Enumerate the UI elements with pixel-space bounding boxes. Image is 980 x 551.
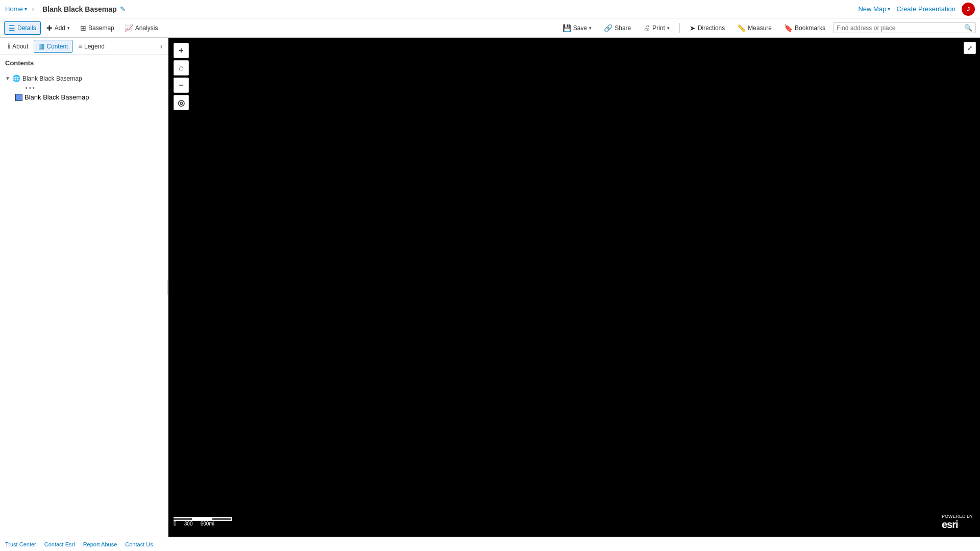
layer-root-name: Blank Black Basemap <box>22 75 82 82</box>
footer: Trust Center Contact Esri Report Abuse C… <box>0 537 980 551</box>
contact-us-link[interactable]: Contact Us <box>125 541 153 547</box>
basemap-button[interactable]: ⊞ Basemap <box>76 21 119 35</box>
analysis-button[interactable]: 📈 Analysis <box>120 21 163 35</box>
measure-icon: 📏 <box>737 24 746 32</box>
scale-bar: 0 300 600mi <box>174 517 232 527</box>
bookmarks-icon: 🔖 <box>784 24 793 32</box>
toolbar: ☰ Details ✚ Add ▾ ⊞ Basemap 📈 Analysis 💾… <box>0 18 980 38</box>
save-caret: ▾ <box>589 26 592 31</box>
legend-icon: ≡ <box>78 42 82 50</box>
map-title: Blank Black Basemap <box>42 5 117 13</box>
share-button[interactable]: 🔗 Share <box>599 21 635 35</box>
measure-label: Measure <box>748 24 772 32</box>
contents-header-label: Contents <box>5 59 34 67</box>
content-label: Content <box>46 43 68 50</box>
breadcrumb-separator: › <box>32 5 34 13</box>
scale-tick-2 <box>193 517 212 521</box>
globe-icon: 🌐 <box>12 74 20 82</box>
trust-center-link[interactable]: Trust Center <box>5 541 36 547</box>
analysis-label: Analysis <box>135 24 158 32</box>
directions-label: Directions <box>698 24 725 32</box>
directions-icon: ➤ <box>690 24 696 32</box>
collapse-panel-button[interactable]: ‹ <box>158 41 165 52</box>
home-button[interactable]: Home ▾ <box>5 5 27 13</box>
contents-header: Contents <box>0 55 168 71</box>
directions-button[interactable]: ➤ Directions <box>685 21 729 35</box>
tab-content[interactable]: ▦ Content <box>34 40 72 53</box>
scale-label-300: 300 <box>184 521 193 527</box>
layer-root-item[interactable]: ▼ 🌐 Blank Black Basemap <box>3 73 165 84</box>
map-controls: + ⌂ − ◎ <box>174 43 189 110</box>
home-caret: ▾ <box>24 6 27 12</box>
topnav-right: New Map ▾ Create Presentation J <box>858 3 975 16</box>
resize-handle[interactable] <box>166 38 170 537</box>
sidepanel-tabs: ℹ About ▦ Content ≡ Legend ‹ <box>0 38 168 55</box>
tree-arrow-icon: ▼ <box>5 76 10 81</box>
new-map-caret: ▾ <box>888 6 890 12</box>
locate-button[interactable]: ◎ <box>174 95 189 110</box>
main-area: ℹ About ▦ Content ≡ Legend ‹ Contents ▼ … <box>0 38 980 537</box>
details-label: Details <box>17 24 36 32</box>
create-presentation-label: Create Presentation <box>896 5 955 13</box>
report-abuse-link[interactable]: Report Abuse <box>83 541 117 547</box>
details-icon: ☰ <box>9 24 15 32</box>
measure-button[interactable]: 📏 Measure <box>732 21 776 35</box>
search-icon[interactable]: 🔍 <box>964 24 972 32</box>
save-button[interactable]: 💾 Save ▾ <box>558 21 596 35</box>
toolbar-left: ☰ Details ✚ Add ▾ ⊞ Basemap 📈 Analysis <box>4 21 162 35</box>
details-button[interactable]: ☰ Details <box>4 21 41 35</box>
save-label: Save <box>573 24 587 32</box>
map-area[interactable]: + ⌂ − ◎ ⤢ 0 300 600mi <box>168 38 980 537</box>
scale-tick-3 <box>212 517 232 521</box>
share-icon: 🔗 <box>604 24 612 32</box>
legend-label: Legend <box>84 43 105 50</box>
layer-ellipsis: • • • <box>13 84 165 92</box>
side-panel: ℹ About ▦ Content ≡ Legend ‹ Contents ▼ … <box>0 38 168 537</box>
scale-tick-1 <box>174 517 193 521</box>
create-presentation-button[interactable]: Create Presentation <box>896 5 955 13</box>
sub-layer-icon <box>15 94 22 101</box>
tab-about[interactable]: ℹ About <box>3 40 33 53</box>
esri-logo: POWERED BY esri <box>939 512 976 533</box>
edit-title-icon[interactable]: ✎ <box>120 5 126 13</box>
layer-tree: ▼ 🌐 Blank Black Basemap • • • Blank Blac… <box>0 71 168 105</box>
new-map-button[interactable]: New Map ▾ <box>858 5 890 13</box>
home-label: Home <box>5 5 23 13</box>
home-map-button[interactable]: ⌂ <box>174 60 189 76</box>
zoom-out-button[interactable]: − <box>174 78 189 93</box>
bookmarks-label: Bookmarks <box>795 24 825 32</box>
basemap-label: Basemap <box>88 24 114 32</box>
zoom-in-button[interactable]: + <box>174 43 189 58</box>
add-button[interactable]: ✚ Add ▾ <box>42 21 75 35</box>
user-avatar[interactable]: J <box>962 3 975 16</box>
analysis-icon: 📈 <box>125 24 133 32</box>
fullscreen-button[interactable]: ⤢ <box>964 42 976 54</box>
scale-label-0: 0 <box>174 521 177 527</box>
print-caret: ▾ <box>667 26 670 31</box>
about-label: About <box>12 43 28 50</box>
share-label: Share <box>615 24 631 32</box>
search-container: 🔍 <box>833 22 976 33</box>
print-label: Print <box>652 24 665 32</box>
scale-label-600: 600mi <box>201 521 214 527</box>
save-icon: 💾 <box>562 24 571 32</box>
contact-esri-link[interactable]: Contact Esri <box>44 541 75 547</box>
new-map-label: New Map <box>858 5 886 13</box>
top-navigation: Home ▾ › Blank Black Basemap ✎ New Map ▾… <box>0 0 980 18</box>
bookmarks-button[interactable]: 🔖 Bookmarks <box>779 21 830 35</box>
toolbar-right: 💾 Save ▾ 🔗 Share 🖨 Print ▾ ➤ Directions … <box>558 21 976 35</box>
scale-line <box>174 517 232 521</box>
basemap-icon: ⊞ <box>80 24 86 32</box>
topnav-left: Home ▾ › Blank Black Basemap ✎ <box>5 5 126 13</box>
layer-subtree: • • • Blank Black Basemap <box>3 84 165 103</box>
add-icon: ✚ <box>46 24 53 32</box>
scale-labels: 0 300 600mi <box>174 521 214 527</box>
powered-by-text: POWERED BY <box>942 514 973 519</box>
print-button[interactable]: 🖨 Print ▾ <box>639 21 674 35</box>
tab-legend[interactable]: ≡ Legend <box>74 40 109 53</box>
toolbar-separator <box>679 23 680 33</box>
layer-sub-item[interactable]: Blank Black Basemap <box>13 92 165 103</box>
add-label: Add <box>55 24 65 32</box>
layer-sub-name: Blank Black Basemap <box>24 93 89 101</box>
search-input[interactable] <box>837 24 964 32</box>
